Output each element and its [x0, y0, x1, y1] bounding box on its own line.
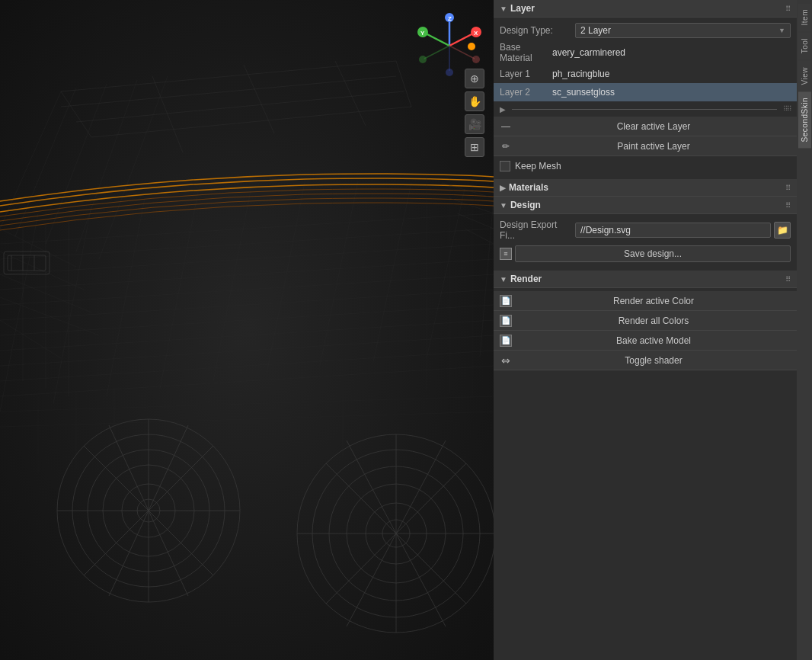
panel-content: ▼ Layer ⠿ Design Type: 2 Layer ▼ Base Ma… — [494, 0, 797, 660]
grid-tool-btn[interactable]: ⊞ — [465, 137, 484, 157]
design-export-value: //Design.svg — [580, 225, 631, 235]
design-collapse-arrow[interactable]: ▼ — [500, 201, 507, 210]
layer2-row[interactable]: Layer 2 sc_sunsetgloss — [494, 83, 797, 101]
layer-section-body: Design Type: 2 Layer ▼ Base Material ave… — [494, 18, 797, 179]
render-all-colors-label: Render all Colors — [516, 316, 791, 326]
save-design-row: ≡ Save design... — [494, 243, 797, 264]
materials-section-title-group: ▶ Materials — [500, 182, 548, 193]
toggle-shader-btn[interactable]: ⇔ Toggle shader — [494, 351, 797, 370]
design-type-row: Design Type: 2 Layer ▼ — [494, 21, 797, 40]
sidebar-tab-item[interactable]: Item — [798, 3, 811, 31]
bake-active-model-icon: 📄 — [500, 335, 512, 347]
design-type-dropdown[interactable]: 2 Layer ▼ — [575, 23, 791, 38]
svg-text:X: X — [474, 30, 478, 37]
design-export-row: Design Export Fi... //Design.svg 📁 — [494, 217, 797, 243]
layer2-value: sc_sunsetgloss — [552, 87, 791, 98]
svg-line-96 — [424, 33, 449, 46]
svg-line-101 — [424, 46, 449, 59]
sidebar-tabs: Item Tool View SecondSkin — [797, 0, 812, 660]
design-section-title-group: ▼ Design — [500, 200, 541, 210]
toggle-shader-label: Toggle shader — [516, 355, 791, 366]
design-type-chevron: ▼ — [778, 27, 785, 34]
paint-layer-label: Paint active Layer — [516, 141, 791, 152]
render-active-color-label: Render active Color — [516, 296, 791, 306]
render-section-title: Render — [510, 274, 542, 284]
camera-tool-btn[interactable]: 🎥 — [465, 114, 484, 134]
paint-layer-icon: ✏ — [500, 140, 512, 152]
save-design-btn[interactable]: Save design... — [515, 245, 791, 262]
materials-collapse-arrow[interactable]: ▶ — [500, 184, 506, 192]
layer1-value: ph_racingblue — [552, 69, 791, 79]
layer1-label: Layer 1 — [500, 69, 549, 79]
save-lines-icon: ≡ — [504, 250, 507, 258]
keep-mesh-label: Keep Mesh — [515, 161, 561, 171]
bake-icon: 📄 — [501, 336, 510, 344]
render-section-body: 📄 Render active Color 📄 Render all Color… — [494, 288, 797, 373]
svg-point-104 — [446, 69, 453, 76]
materials-section-dots[interactable]: ⠿ — [785, 184, 791, 192]
render-file-icon: 📄 — [501, 296, 510, 305]
svg-rect-1 — [0, 0, 494, 660]
keep-mesh-row: Keep Mesh — [494, 156, 797, 176]
layer-sub-controls: ▶ ⠿⠿ — [494, 101, 797, 117]
car-wireframe — [0, 0, 494, 660]
layer-play-icon[interactable]: ▶ — [500, 105, 506, 114]
layer-section-collapse-arrow[interactable]: ▼ — [500, 5, 507, 13]
paint-layer-btn[interactable]: ✏ Paint active Layer — [494, 136, 797, 156]
render-section-title-group: ▼ Render — [500, 274, 542, 284]
materials-section-title: Materials — [509, 182, 548, 193]
base-material-label: Base Material — [500, 42, 549, 63]
layer-section-title-group: ▼ Layer — [500, 3, 535, 14]
sidebar-tab-secondskin[interactable]: SecondSkin — [798, 91, 811, 148]
clear-layer-icon: — — [500, 120, 512, 133]
toggle-shader-icon: ⇔ — [500, 354, 512, 367]
design-section-header[interactable]: ▼ Design ⠿ — [494, 197, 797, 214]
design-section-body: Design Export Fi... //Design.svg 📁 ≡ Sav… — [494, 214, 797, 268]
layer-drag-handle[interactable]: ⠿⠿ — [783, 105, 791, 113]
save-design-icon: ≡ — [500, 248, 512, 260]
bake-active-model-label: Bake active Model — [516, 335, 791, 346]
design-export-input[interactable]: //Design.svg — [575, 223, 771, 238]
layer-section-header[interactable]: ▼ Layer ⠿ — [494, 0, 797, 18]
materials-section-header[interactable]: ▶ Materials ⠿ — [494, 179, 797, 197]
render-section-header[interactable]: ▼ Render ⠿ — [494, 271, 797, 288]
render-files-icon: 📄 — [501, 316, 510, 325]
design-type-label: Design Type: — [500, 25, 572, 36]
clear-layer-btn[interactable]: — Clear active Layer — [494, 117, 797, 136]
layer2-label: Layer 2 — [500, 87, 549, 98]
keep-mesh-checkbox[interactable] — [500, 161, 510, 171]
base-material-value: avery_carminered — [552, 47, 791, 58]
save-design-label: Save design... — [624, 248, 682, 259]
clear-layer-label: Clear active Layer — [516, 121, 791, 132]
sidebar-tab-tool[interactable]: Tool — [798, 32, 811, 59]
svg-text:Y: Y — [420, 30, 425, 37]
svg-point-105 — [468, 43, 475, 50]
base-material-row: Base Material avery_carminered — [494, 40, 797, 65]
render-active-color-icon: 📄 — [500, 295, 512, 307]
design-section-dots[interactable]: ⠿ — [785, 201, 791, 210]
viewport[interactable]: Z X Y ⊕ ✋ 🎥 ⊞ — [0, 0, 494, 660]
design-export-label: Design Export Fi... — [500, 219, 572, 241]
move-tool-btn[interactable]: ✋ — [465, 91, 484, 111]
svg-point-102 — [419, 56, 427, 63]
render-active-color-btn[interactable]: 📄 Render active Color — [494, 291, 797, 311]
viewport-tools: ⊕ ✋ 🎥 ⊞ — [465, 69, 484, 157]
render-section-dots[interactable]: ⠿ — [785, 275, 791, 284]
layer1-row[interactable]: Layer 1 ph_racingblue — [494, 65, 797, 83]
sidebar-tab-view[interactable]: View — [798, 61, 811, 91]
svg-text:Z: Z — [448, 15, 452, 22]
render-all-colors-btn[interactable]: 📄 Render all Colors — [494, 311, 797, 331]
design-section-title: Design — [510, 200, 541, 210]
render-collapse-arrow[interactable]: ▼ — [500, 275, 507, 284]
layer-section-dots[interactable]: ⠿ — [785, 5, 791, 13]
bake-active-model-btn[interactable]: 📄 Bake active Model — [494, 331, 797, 351]
svg-point-100 — [472, 56, 480, 63]
design-type-value: 2 Layer — [580, 25, 611, 36]
render-all-colors-icon: 📄 — [500, 315, 512, 327]
design-export-folder-btn[interactable]: 📁 — [774, 222, 791, 239]
cursor-tool-btn[interactable]: ⊕ — [465, 69, 484, 88]
right-panel: ▼ Layer ⠿ Design Type: 2 Layer ▼ Base Ma… — [494, 0, 812, 660]
layer-section-title: Layer — [510, 3, 535, 14]
layer-separator — [512, 109, 777, 110]
